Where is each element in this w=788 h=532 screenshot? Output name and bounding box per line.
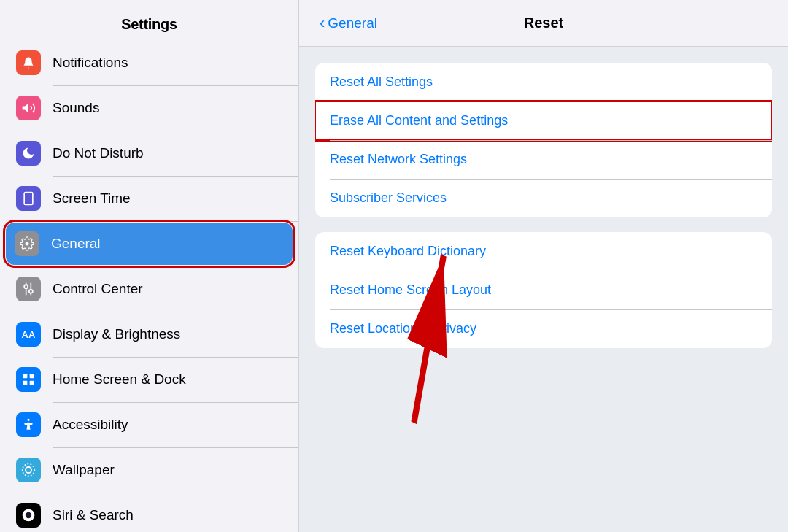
reset-item-label-subscriber: Subscriber Services [330, 190, 447, 206]
sidebar-item-general[interactable]: General [6, 223, 293, 265]
accessibility-icon [16, 412, 41, 437]
svg-point-14 [27, 419, 29, 421]
sidebar-item-controlcenter[interactable]: Control Center [0, 266, 298, 312]
sidebar-item-label-siri: Siri & Search [53, 507, 134, 523]
sidebar-item-label-homescreen: Home Screen & Dock [53, 371, 186, 388]
back-button[interactable]: ‹ General [320, 15, 377, 31]
svg-marker-0 [23, 104, 28, 112]
page-title: Reset [524, 15, 563, 31]
reset-item-reset-all[interactable]: Reset All Settings [315, 63, 772, 101]
reset-group-group1: Reset All SettingsErase All Content and … [315, 63, 772, 217]
reset-groups: Reset All SettingsErase All Content and … [315, 63, 772, 348]
homescreen-icon [16, 367, 41, 392]
svg-point-15 [26, 467, 31, 473]
reset-item-reset-network[interactable]: Reset Network Settings [315, 140, 772, 179]
sidebar-item-label-wallpaper: Wallpaper [53, 462, 115, 478]
sidebar-item-label-screentime: Screen Time [53, 190, 131, 207]
back-chevron-icon: ‹ [320, 15, 325, 31]
svg-point-5 [29, 290, 33, 293]
notifications-icon [16, 50, 41, 75]
controlcenter-icon [16, 277, 41, 301]
screentime-icon [16, 186, 41, 211]
reset-item-reset-location[interactable]: Reset Location & Privacy [315, 309, 772, 348]
svg-point-18 [26, 512, 31, 518]
sidebar-item-label-controlcenter: Control Center [53, 281, 143, 297]
reset-item-label-reset-network: Reset Network Settings [330, 152, 467, 167]
svg-rect-11 [30, 374, 34, 379]
svg-rect-12 [23, 381, 28, 385]
reset-item-label-reset-keyboard: Reset Keyboard Dictionary [330, 244, 486, 259]
svg-point-3 [26, 242, 29, 246]
reset-item-label-erase-all: Erase All Content and Settings [330, 113, 508, 128]
sidebar-item-label-sounds: Sounds [53, 100, 99, 116]
svg-rect-10 [23, 374, 28, 379]
svg-point-16 [23, 464, 35, 477]
sidebar-item-label-accessibility: Accessibility [53, 417, 128, 433]
sidebar-item-notifications[interactable]: Notifications [0, 40, 298, 85]
sidebar-item-accessibility[interactable]: Accessibility [0, 402, 298, 447]
sidebar-item-siri[interactable]: Siri & Search [0, 493, 298, 532]
sidebar-title: Settings [0, 0, 298, 40]
display-icon: AA [16, 322, 41, 347]
sidebar-item-label-notifications: Notifications [53, 55, 128, 71]
main-panel: ‹ General Reset Reset All SettingsErase … [299, 0, 788, 532]
reset-item-label-reset-homescreen: Reset Home Screen Layout [330, 282, 491, 298]
sidebar-item-homescreen[interactable]: Home Screen & Dock [0, 357, 298, 402]
siri-icon [16, 503, 41, 528]
sidebar-list: NotificationsSoundsDo Not DisturbScreen … [0, 40, 298, 532]
sidebar-item-label-display: Display & Brightness [53, 326, 180, 342]
back-label: General [328, 15, 377, 31]
reset-item-reset-keyboard[interactable]: Reset Keyboard Dictionary [315, 232, 772, 271]
sounds-icon [16, 96, 41, 120]
sidebar-item-screentime[interactable]: Screen Time [0, 176, 298, 221]
reset-group-group2: Reset Keyboard DictionaryReset Home Scre… [315, 232, 772, 348]
sidebar-item-donotdisturb[interactable]: Do Not Disturb [0, 131, 298, 176]
svg-rect-13 [30, 381, 34, 385]
wallpaper-icon [16, 458, 41, 482]
sidebar-item-sounds[interactable]: Sounds [0, 85, 298, 131]
sidebar-item-label-donotdisturb: Do Not Disturb [53, 145, 144, 161]
sidebar: Settings NotificationsSoundsDo Not Distu… [0, 0, 299, 532]
reset-item-subscriber[interactable]: Subscriber Services [315, 179, 772, 217]
svg-point-4 [24, 285, 28, 288]
sidebar-item-display[interactable]: AADisplay & Brightness [0, 312, 298, 357]
reset-item-label-reset-location: Reset Location & Privacy [330, 321, 476, 336]
reset-item-erase-all[interactable]: Erase All Content and Settings [315, 101, 772, 140]
donotdisturb-icon [16, 141, 41, 166]
sidebar-item-label-general: General [51, 236, 101, 252]
main-header: ‹ General Reset [299, 0, 788, 47]
main-content: Reset All SettingsErase All Content and … [299, 47, 788, 532]
sidebar-item-wallpaper[interactable]: Wallpaper [0, 447, 298, 493]
reset-item-label-reset-all: Reset All Settings [330, 74, 433, 90]
general-icon [15, 231, 39, 256]
reset-item-reset-homescreen[interactable]: Reset Home Screen Layout [315, 271, 772, 309]
